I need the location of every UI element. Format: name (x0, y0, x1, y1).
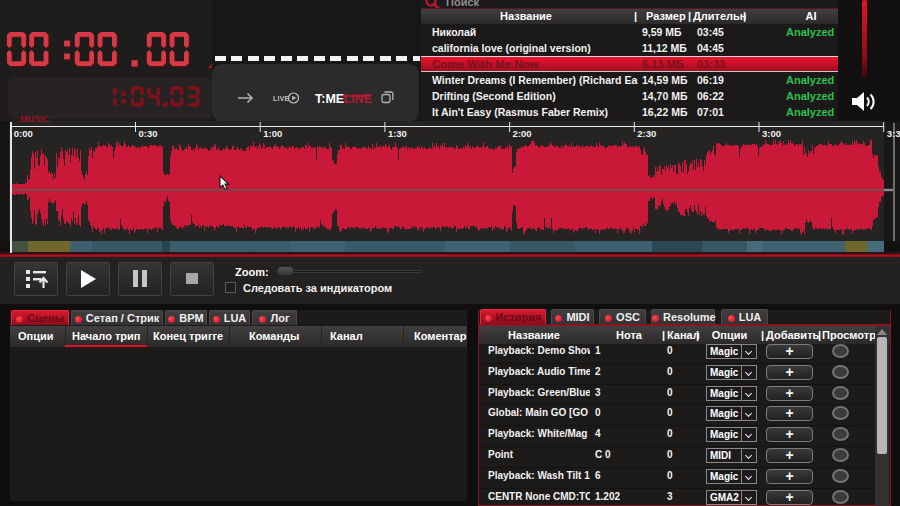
svg-text:3:00: 3:00 (762, 128, 781, 139)
svg-text:2:00: 2:00 (513, 128, 532, 139)
svg-text:0:00: 0:00 (14, 128, 33, 139)
svg-text:Поиск: Поиск (446, 0, 480, 8)
svg-text:3:3: 3:3 (887, 128, 900, 139)
svg-text:0:30: 0:30 (139, 128, 158, 139)
svg-text:2:30: 2:30 (637, 128, 656, 139)
svg-text:T:ME: T:ME (315, 92, 344, 106)
svg-text:1:30: 1:30 (388, 128, 407, 139)
svg-text:LIVE: LIVE (273, 95, 289, 102)
svg-text:LINE: LINE (344, 92, 372, 106)
svg-text:1:00: 1:00 (263, 128, 282, 139)
